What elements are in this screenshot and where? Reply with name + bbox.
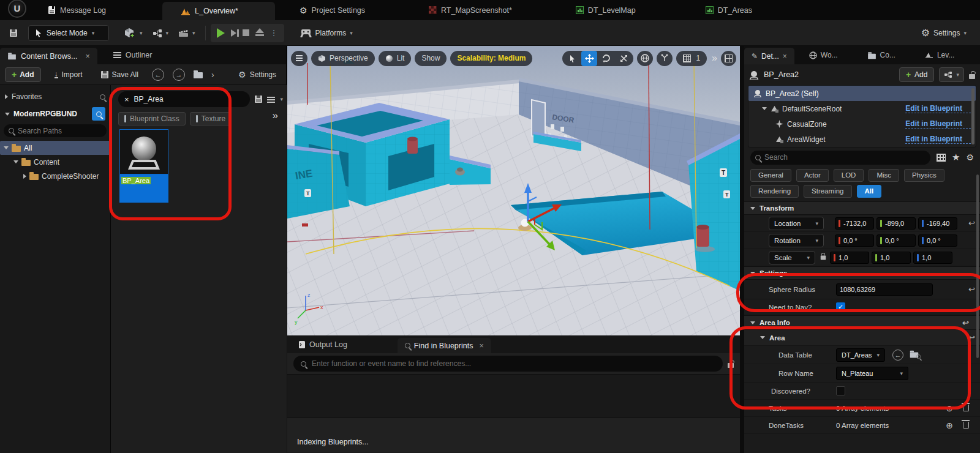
add-element-icon[interactable]: ⊕ (946, 421, 953, 430)
discovered-checkbox[interactable] (836, 386, 845, 395)
tree-item-completeshooter[interactable]: CompleteShooter (0, 169, 110, 183)
close-icon[interactable]: × (85, 52, 89, 61)
tab-outliner[interactable]: Outliner (106, 46, 160, 64)
row-name-dropdown[interactable]: N_Plateau▾ (836, 367, 908, 380)
filter-misc[interactable]: Misc (869, 169, 899, 182)
add-element-icon[interactable]: ⊕ (946, 403, 953, 413)
revert-icon[interactable]: ↩ (968, 285, 975, 294)
need-to-nav-checkbox[interactable]: ✓ (836, 302, 845, 312)
show-dropdown[interactable]: Show (415, 51, 447, 66)
chevron-down-icon[interactable]: ▾ (280, 96, 283, 102)
forward-icon[interactable]: → (173, 69, 185, 81)
blueprints-dropdown[interactable]: ▾ (148, 26, 174, 40)
close-icon[interactable]: × (783, 52, 787, 61)
clear-search-icon[interactable]: × (124, 95, 129, 104)
details-search-input[interactable]: Search (750, 151, 930, 165)
scale-tool-icon[interactable] (616, 51, 631, 66)
scale-z-field[interactable]: 1,0 (913, 252, 952, 264)
panel-divider[interactable] (740, 46, 744, 453)
eject-icon[interactable] (255, 28, 264, 33)
sphere-radius-field[interactable]: 1080,63269 (836, 283, 933, 296)
tab-dt-levelmap[interactable]: DT_LevelMap (562, 0, 649, 20)
unreal-logo[interactable]: U (0, 0, 34, 20)
area-subsection-header[interactable]: Area ↩ (744, 330, 980, 346)
use-selected-asset-icon[interactable]: ← (892, 350, 903, 361)
world-coordinate-button[interactable] (637, 51, 653, 66)
tab-message-log[interactable]: Message Log (34, 0, 119, 20)
edit-in-blueprint-link[interactable]: Edit in Blueprint (905, 135, 971, 144)
bundle-search-toggle[interactable] (92, 107, 105, 121)
search-icon[interactable] (100, 94, 105, 100)
filter-pill-blueprint-class[interactable]: Blueprint Class (118, 112, 186, 125)
scale-y-field[interactable]: 1,0 (872, 252, 911, 264)
lock-icon[interactable] (969, 74, 975, 79)
tree-item-content[interactable]: Content (0, 155, 110, 169)
area-info-section-header[interactable]: Area Info ↩ (744, 315, 980, 330)
cb-settings-button[interactable]: ⚙ Settings (233, 67, 281, 82)
lit-dropdown[interactable]: Lit (379, 51, 412, 66)
blueprint-edit-dropdown[interactable]: ▾ (939, 67, 964, 82)
lock-icon[interactable] (728, 363, 734, 368)
tree-item-all[interactable]: All (0, 141, 110, 155)
tab-dt-areas[interactable]: DT_Areas (692, 0, 766, 20)
transform-section-header[interactable]: Transform (744, 201, 980, 215)
rotation-z-field[interactable]: 0,0 ° (918, 234, 957, 247)
add-button[interactable]: + Add (5, 67, 41, 82)
search-paths-input[interactable]: Search Paths (4, 124, 107, 137)
trash-icon[interactable] (963, 422, 969, 429)
find-search-input[interactable]: Enter function or event name to find ref… (293, 356, 723, 372)
tab-rt-mapscreenshot[interactable]: RT_MapScreenshot* (415, 0, 526, 20)
cinematics-dropdown[interactable]: ▾ (173, 26, 200, 40)
filter-actor[interactable]: Actor (796, 169, 829, 182)
close-icon[interactable]: × (479, 342, 483, 350)
location-x-field[interactable]: -7132,0 (835, 217, 874, 230)
edit-in-blueprint-link[interactable]: Edit in Blueprint (905, 104, 971, 113)
edit-in-blueprint-link[interactable]: Edit in Blueprint (905, 119, 971, 129)
tab-content-browser[interactable]: Content Brows... × (0, 48, 97, 64)
component-row-areawidget[interactable]: AreaWidget Edit in Blueprint (748, 132, 976, 147)
maximize-viewport-button[interactable] (721, 51, 736, 66)
data-table-dropdown[interactable]: DT_Areas▾ (836, 348, 885, 362)
tab-levels[interactable]: Lev... (918, 46, 962, 64)
scale-dropdown[interactable]: Scale▾ (769, 251, 815, 264)
scalability-button[interactable]: Scalability: Medium (450, 51, 532, 66)
level-viewport[interactable]: DOOR T T (287, 46, 740, 335)
filter-pill-texture[interactable]: Texture (190, 112, 232, 125)
tab-details[interactable]: ✎ Det... × (744, 48, 794, 64)
tab-output-log[interactable]: Output Log (291, 336, 355, 353)
snap-button[interactable] (657, 51, 673, 66)
filter-rendering[interactable]: Rendering (750, 185, 799, 198)
folder-icon[interactable] (194, 72, 203, 78)
component-tree-scrollbar[interactable] (971, 88, 974, 144)
tab-content-browser-2[interactable]: Co... (860, 46, 903, 64)
asset-search-input[interactable]: × BP_Area (118, 91, 250, 107)
rotation-dropdown[interactable]: Rotation▾ (769, 234, 824, 247)
play-icon[interactable] (217, 28, 225, 38)
component-row-scene-root[interactable]: DefaultSceneRoot Edit in Blueprint (748, 101, 976, 116)
move-tool-icon[interactable] (581, 51, 597, 66)
star-icon[interactable]: ★ (952, 152, 960, 163)
tab-find-in-blueprints[interactable]: Find in Blueprints × (398, 338, 491, 353)
grid-snap-control[interactable]: 1 (676, 51, 707, 66)
settings-dropdown[interactable]: ⚙ Settings ▾ (916, 24, 971, 41)
save-search-icon[interactable] (255, 95, 262, 103)
back-icon[interactable]: ← (152, 69, 164, 81)
tab-project-settings[interactable]: ⚙ Project Settings (286, 0, 379, 20)
select-tool-icon[interactable] (564, 51, 580, 66)
display-options-icon[interactable] (937, 154, 946, 162)
filter-streaming[interactable]: Streaming (804, 185, 851, 198)
perspective-dropdown[interactable]: Perspective (311, 51, 375, 66)
location-dropdown[interactable]: Location▾ (769, 217, 824, 230)
asset-tile-bp-area[interactable]: BP_Area (119, 129, 168, 203)
filter-lod[interactable]: LOD (834, 169, 864, 182)
rotate-tool-icon[interactable] (598, 51, 614, 66)
browse-to-asset-icon[interactable] (910, 350, 921, 359)
import-button[interactable]: ↓ Import (50, 68, 88, 81)
filter-physics[interactable]: Physics (904, 169, 944, 182)
bundle-row[interactable]: ModernRPGBUND (0, 105, 110, 123)
revert-icon[interactable]: ↩ (968, 219, 975, 228)
save-all-button[interactable]: Save All (96, 68, 143, 81)
details-scrollbar[interactable] (976, 174, 979, 358)
filter-general[interactable]: General (750, 169, 791, 182)
skip-icon[interactable] (231, 29, 236, 37)
